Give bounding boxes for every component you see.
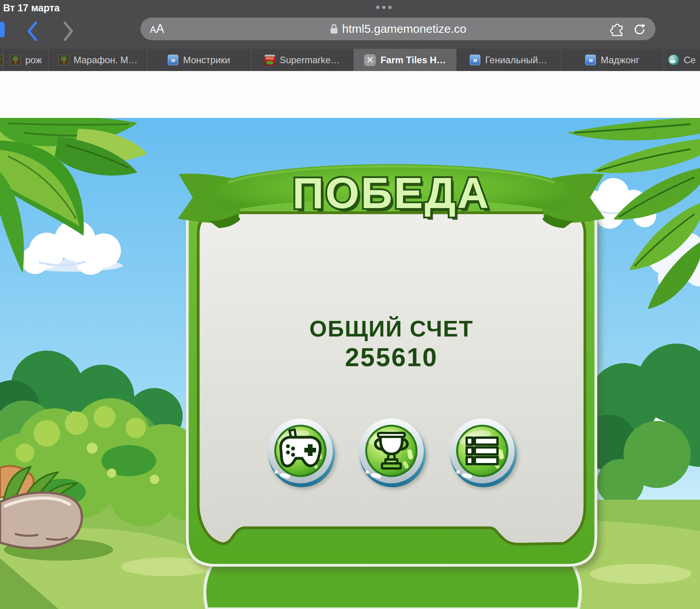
tree-icon: [59, 55, 69, 65]
back-button[interactable]: [24, 20, 41, 43]
tab-farm-tiles-active[interactable]: ✕ Farm Tiles H…: [354, 49, 456, 71]
tab-genialny[interactable]: » Гениальный…: [456, 49, 561, 71]
status-date: Вт 17 марта: [3, 2, 60, 14]
ipad-screen: { "status": { "date": "Вт 17 марта", "me…: [0, 0, 700, 609]
tab-label: Supermarke…: [280, 55, 340, 66]
tab-label: Се: [684, 55, 696, 66]
score-value: 255610: [345, 343, 438, 372]
dialog-panel: [198, 213, 585, 544]
tab-mahjong[interactable]: » Маджонг: [561, 49, 664, 71]
reload-icon[interactable]: [632, 22, 647, 36]
chevrons-icon: »: [585, 55, 596, 65]
toolbar: АААА html5.gamemonetize.co: [0, 14, 700, 49]
score-label: ОБЩИЙ СЧЕТ: [309, 316, 474, 341]
tree-icon: [0, 55, 3, 65]
game-canvas: ПОБЕДА ПОБЕДА ОБЩИЙ СЧЕТ 255610: [0, 118, 700, 609]
tab-label: Монстрики: [183, 55, 230, 66]
tab-marafon[interactable]: Марафон. М…: [48, 49, 147, 71]
tab-label: Марафон. М…: [74, 55, 138, 66]
status-bar: Вт 17 марта •••: [0, 0, 700, 14]
page-background: [0, 71, 700, 118]
tree-icon: [10, 55, 21, 65]
peas-can-icon: [265, 55, 275, 65]
chevrons-icon: »: [470, 55, 480, 65]
tab-rozh[interactable]: рож: [3, 49, 48, 71]
forward-button[interactable]: [59, 20, 76, 43]
tab-label: Farm Tiles H…: [380, 55, 446, 66]
url-text: html5.gamemonetize.co: [342, 22, 467, 36]
puzzle-icon[interactable]: [609, 22, 625, 36]
globe-icon: [668, 55, 679, 65]
sidebar-icon[interactable]: [0, 22, 5, 37]
tab-label: рож: [25, 55, 42, 66]
close-icon[interactable]: ✕: [364, 54, 376, 66]
chevrons-icon: »: [168, 55, 178, 65]
tab-partial-edge[interactable]: [0, 49, 3, 71]
lock-icon: [330, 23, 338, 34]
banner-title: ПОБЕДА: [292, 169, 490, 217]
menu-list-icon: [467, 438, 497, 464]
tab-supermarket[interactable]: Supermarke…: [251, 49, 354, 71]
tab-monstriki[interactable]: » Монстрики: [147, 49, 251, 71]
tab-se-partial[interactable]: Се: [664, 49, 700, 71]
multitask-dots-icon[interactable]: •••: [376, 1, 394, 14]
tab-label: Гениальный…: [485, 55, 547, 66]
address-bar[interactable]: АААА html5.gamemonetize.co: [140, 18, 656, 40]
tab-label: Маджонг: [601, 55, 639, 66]
tab-bar: рож Марафон. М… » Монстрики Supermarke… …: [0, 49, 700, 71]
